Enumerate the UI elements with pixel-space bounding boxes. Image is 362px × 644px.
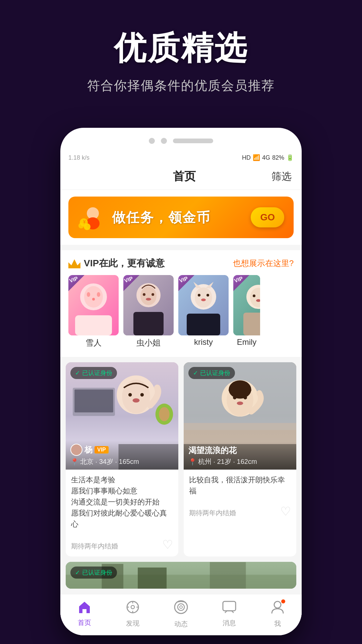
- like-button-2[interactable]: ♡: [280, 504, 291, 519]
- svg-point-22: [195, 287, 212, 308]
- svg-point-9: [87, 292, 90, 297]
- svg-point-71: [180, 606, 182, 608]
- me-icon: [270, 600, 285, 617]
- svg-point-18: [146, 298, 151, 301]
- user-name-row-1: 杨 VIP: [70, 444, 174, 456]
- user-photo-3: ✓ 已认证身份: [66, 562, 296, 589]
- svg-rect-19: [133, 312, 164, 335]
- svg-point-16: [143, 293, 145, 296]
- location-icon-1: 📍: [70, 458, 79, 466]
- filter-button[interactable]: 筛选: [272, 170, 292, 183]
- vip-tag-1: VIP: [95, 446, 109, 453]
- user-card-body-1: 生活本是考验愿我们事事顺心如意沟通交流是一切美好的开始愿我们对彼此耐心爱心暖心真…: [66, 470, 178, 538]
- user-avatar-1: [70, 444, 82, 456]
- phone-frame: 1.18 k/s HD 📶 4G 82% 🔋 首页 筛选: [60, 128, 302, 635]
- vip-card-emily[interactable]: VIP Emily: [233, 275, 260, 350]
- svg-point-8: [84, 286, 103, 308]
- user-name-1: 杨: [84, 444, 93, 455]
- phone-notch: [60, 138, 302, 151]
- vip-card-kristy[interactable]: VIP kristy: [178, 275, 229, 350]
- status-speed: 1.18 k/s: [68, 154, 89, 161]
- svg-point-17: [152, 293, 154, 296]
- hero-section: 优质精选 符合你择偶条件的优质会员推荐: [0, 0, 362, 114]
- vip-name-3: kristy: [178, 335, 229, 349]
- battery-text: 82%: [272, 154, 284, 161]
- speaker: [173, 139, 213, 143]
- vip-photo-2: [123, 275, 174, 335]
- nav-me[interactable]: 我: [253, 600, 302, 628]
- user-stats-1: 📍 北京 · 34岁 · 165cm: [70, 457, 174, 466]
- svg-point-26: [206, 294, 209, 297]
- check-icon-1: ✓: [75, 369, 80, 377]
- svg-point-70: [178, 604, 184, 610]
- discover-label: 发现: [126, 619, 139, 628]
- crown-icon: [68, 258, 80, 268]
- home-label: 首页: [78, 618, 91, 627]
- me-label: 我: [274, 619, 281, 628]
- svg-rect-35: [243, 313, 260, 335]
- vip-title-area: VIP在此，更有诚意: [68, 257, 165, 270]
- vip-photo-3: [178, 275, 229, 335]
- svg-point-27: [201, 299, 206, 301]
- nav-message[interactable]: 消息: [205, 601, 253, 628]
- like-button-1[interactable]: ♡: [162, 538, 173, 552]
- verified-text-3: 已认证身份: [82, 569, 112, 577]
- verified-text-1: 已认证身份: [82, 369, 112, 377]
- user-location-1: 北京 · 34岁 · 165cm: [80, 457, 139, 466]
- svg-point-32: [253, 294, 255, 297]
- user-overlay-1: 杨 VIP 📍 北京 · 34岁 · 165cm: [66, 440, 178, 470]
- sensor-dot: [161, 138, 167, 144]
- user-photo-1: ✓ 已认证身份 杨 VIP 📍 北京 · 34岁 · 165cm: [66, 362, 178, 470]
- svg-point-64: [131, 605, 134, 609]
- page-title: 首页: [173, 169, 196, 184]
- discover-icon: [126, 600, 139, 617]
- camera-dot: [149, 138, 155, 144]
- svg-point-15: [140, 286, 157, 305]
- status-icons: HD 📶 4G 82% 🔋: [242, 154, 294, 161]
- banner-container: ¥ 做任务，领金币 GO: [60, 190, 302, 245]
- svg-point-73: [274, 601, 281, 608]
- nav-dynamic[interactable]: 动态: [157, 600, 205, 629]
- dynamic-label: 动态: [174, 620, 188, 629]
- banner-go-button[interactable]: GO: [251, 207, 284, 227]
- svg-point-25: [198, 294, 200, 297]
- signal-icon: 4G: [262, 154, 270, 161]
- user-card-3[interactable]: ✓ 已认证身份: [66, 562, 296, 589]
- user-card-2[interactable]: ✓ 已认证身份 渴望流浪的花 📍 杭州 · 21岁 · 162cm: [184, 362, 296, 556]
- task-banner[interactable]: ¥ 做任务，领金币 GO: [68, 197, 294, 238]
- svg-point-10: [97, 292, 100, 297]
- nav-bar: 首页 筛选: [60, 163, 302, 190]
- vip-card-xueren[interactable]: VIP 雪人: [68, 275, 119, 350]
- verified-badge-2: ✓ 已认证身份: [188, 367, 235, 379]
- svg-point-42: [140, 393, 144, 397]
- check-icon-2: ✓: [193, 369, 198, 377]
- card-footer-2: 期待两年内结婚 ♡: [184, 504, 296, 523]
- bottom-nav: 首页 发现: [60, 594, 302, 635]
- svg-point-54: [233, 396, 237, 399]
- hero-subtitle: 符合你择偶条件的优质会员推荐: [13, 77, 349, 94]
- app-screen: 1.18 k/s HD 📶 4G 82% 🔋 首页 筛选: [60, 151, 302, 635]
- wifi-icon: 📶: [253, 154, 260, 161]
- vip-cards-list: VIP 雪人: [68, 275, 294, 350]
- user-bio-2: 比较自我，很活泼开朗快乐幸福: [189, 474, 291, 496]
- vip-name-4: Emily: [233, 335, 260, 349]
- banner-illustration: ¥: [78, 204, 108, 231]
- nav-home[interactable]: 首页: [60, 601, 109, 627]
- user-card-1[interactable]: ✓ 已认证身份 杨 VIP 📍 北京 · 34岁 · 165cm: [66, 362, 178, 556]
- svg-rect-61: [138, 568, 167, 589]
- svg-rect-38: [74, 389, 113, 412]
- user-overlay-2: 渴望流浪的花 📍 杭州 · 21岁 · 162cm: [184, 442, 296, 470]
- svg-point-11: [92, 298, 95, 301]
- svg-rect-12: [75, 315, 112, 335]
- vip-show-link[interactable]: 也想展示在这里?: [233, 258, 294, 269]
- svg-point-4: [84, 223, 90, 230]
- nav-discover[interactable]: 发现: [109, 600, 157, 628]
- user-card-body-2: 比较自我，很活泼开朗快乐幸福: [184, 470, 296, 504]
- user-expectation-2: 期待两年内结婚: [189, 508, 236, 518]
- vip-card-chongxiaojie[interactable]: VIP 虫小姐: [123, 275, 174, 350]
- location-icon-2: 📍: [188, 458, 197, 466]
- svg-text:¥: ¥: [83, 219, 86, 224]
- vip-photo-1: [68, 275, 119, 335]
- svg-point-43: [133, 398, 140, 403]
- battery-icon: 🔋: [286, 154, 294, 161]
